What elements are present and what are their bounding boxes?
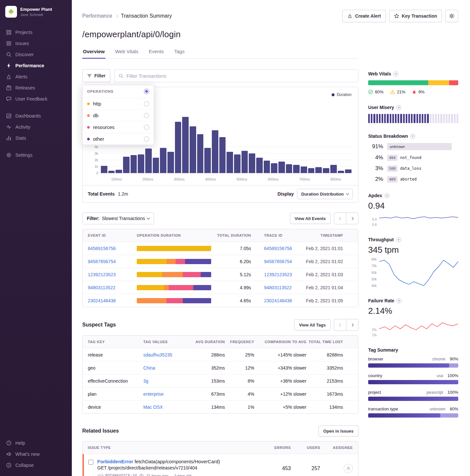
- prev-page-button[interactable]: [334, 213, 346, 224]
- issue-type-link[interactable]: ForbiddenError: [97, 459, 133, 464]
- radio-icon[interactable]: [144, 113, 149, 118]
- next-page-button[interactable]: [346, 319, 358, 331]
- tag-summary-bar[interactable]: [368, 363, 458, 368]
- help-icon[interactable]: [396, 237, 401, 242]
- sidebar-item-performance[interactable]: Performance: [0, 60, 72, 71]
- tag-value-link[interactable]: China: [143, 365, 155, 371]
- tag-summary-bar[interactable]: [368, 397, 458, 401]
- histogram-bar[interactable]: [249, 153, 255, 173]
- key-transaction-button[interactable]: Key Transaction: [389, 10, 442, 22]
- radio-icon[interactable]: [144, 101, 149, 106]
- radio-selected-icon[interactable]: [144, 89, 149, 94]
- prev-page-button[interactable]: [334, 319, 346, 331]
- histogram-bar[interactable]: [190, 126, 196, 173]
- radio-icon[interactable]: [144, 125, 149, 130]
- operations-dropdown-header[interactable]: OPERATIONS: [83, 85, 154, 98]
- histogram-bar[interactable]: [330, 165, 337, 173]
- histogram-bar[interactable]: [256, 158, 263, 173]
- tag-value-link[interactable]: Mac OSX: [143, 405, 163, 410]
- event-id-link[interactable]: 64589156756: [88, 246, 116, 251]
- histogram-bar[interactable]: [308, 168, 315, 173]
- histogram-bar[interactable]: [153, 158, 159, 173]
- histogram-bar[interactable]: [234, 154, 241, 173]
- help-icon[interactable]: [410, 134, 415, 139]
- sidebar-item-releases[interactable]: Releases: [0, 82, 72, 93]
- sidebar-item-discover[interactable]: Discover: [0, 49, 72, 60]
- sidebar-item-alerts[interactable]: Alerts: [0, 71, 72, 82]
- tag-value-link[interactable]: 3g: [143, 378, 149, 384]
- trace-id-link[interactable]: 23024146438: [264, 298, 292, 303]
- events-filter-select[interactable]: Filter: Slowest Transactions: [82, 213, 154, 224]
- next-page-button[interactable]: [346, 213, 358, 224]
- histogram-bar[interactable]: [175, 122, 181, 173]
- trace-id-link[interactable]: 12392123523: [264, 272, 292, 277]
- view-all-tags-button[interactable]: View All Tags: [294, 319, 331, 330]
- sidebar-item-projects[interactable]: Projects: [0, 27, 72, 38]
- operation-option[interactable]: http: [83, 98, 154, 109]
- histogram-bar[interactable]: [116, 170, 122, 173]
- histogram-bar[interactable]: [323, 168, 329, 173]
- histogram-bar[interactable]: [108, 171, 115, 173]
- histogram-bar[interactable]: [145, 149, 152, 173]
- help-icon[interactable]: [384, 193, 389, 198]
- histogram-bar[interactable]: [212, 130, 218, 173]
- event-id-link[interactable]: 12392123523: [88, 272, 116, 277]
- failure-rate-sparkline[interactable]: [379, 319, 458, 337]
- histogram-bar[interactable]: [345, 169, 352, 173]
- tab-web-vitals[interactable]: Web Vitals: [115, 45, 139, 59]
- histogram-bar[interactable]: [138, 154, 144, 173]
- tab-tags[interactable]: Tags: [174, 45, 185, 59]
- trace-id-link[interactable]: 64589156756: [264, 246, 292, 251]
- help-icon[interactable]: [393, 71, 398, 76]
- sidebar-item-whats-new[interactable]: What's new: [0, 449, 72, 460]
- sidebar-item-dashboards[interactable]: Dashboards: [0, 110, 72, 121]
- histogram-bar[interactable]: [278, 162, 285, 173]
- tag-value-link[interactable]: sdaufhu35235: [143, 352, 172, 357]
- histogram-bar[interactable]: [315, 167, 322, 173]
- histogram-bar[interactable]: [167, 152, 174, 173]
- issue-checkbox[interactable]: [88, 460, 93, 465]
- tag-summary-bar[interactable]: [368, 413, 458, 418]
- open-in-issues-button[interactable]: Open in Issues: [319, 425, 358, 436]
- breadcrumb-performance[interactable]: Performance: [82, 13, 112, 19]
- sidebar-item-help[interactable]: ? Help: [0, 437, 72, 449]
- sidebar-item-stats[interactable]: Stats: [0, 133, 72, 144]
- histogram-bar[interactable]: [264, 161, 270, 173]
- histogram-bar[interactable]: [101, 166, 107, 173]
- tag-summary-bar[interactable]: [368, 380, 458, 384]
- sidebar-item-issues[interactable]: Issues: [0, 38, 72, 49]
- org-switcher[interactable]: Empower Plant Jane Schmidt: [0, 0, 72, 21]
- trace-id-link[interactable]: 94587656754: [264, 259, 292, 264]
- help-icon[interactable]: [397, 298, 401, 303]
- sidebar-item-collapse[interactable]: Collapse: [0, 460, 72, 471]
- histogram-bar[interactable]: [197, 134, 204, 173]
- histogram-bar[interactable]: [301, 167, 307, 173]
- histogram-bar[interactable]: [204, 148, 211, 173]
- sidebar-item-activity[interactable]: Activity: [0, 121, 72, 133]
- histogram-bar[interactable]: [338, 171, 344, 173]
- tab-events[interactable]: Events: [148, 45, 164, 59]
- search-input[interactable]: [126, 73, 354, 79]
- operation-option[interactable]: other: [83, 133, 154, 145]
- display-select[interactable]: Duration Distribution: [297, 189, 353, 199]
- tab-overview[interactable]: Overview: [82, 45, 105, 59]
- settings-button[interactable]: [445, 10, 458, 22]
- apdex-sparkline[interactable]: [379, 214, 458, 227]
- chart-legend[interactable]: Duration: [332, 92, 352, 97]
- operation-option[interactable]: resources: [83, 121, 154, 133]
- histogram-bar[interactable]: [123, 157, 130, 173]
- event-id-link[interactable]: 23024146438: [88, 298, 116, 303]
- assignee-button[interactable]: [344, 464, 353, 473]
- event-id-link[interactable]: 94587656754: [88, 259, 116, 264]
- histogram-bar[interactable]: [182, 117, 189, 173]
- trace-id-link[interactable]: 94803113522: [264, 285, 292, 290]
- histogram-bar[interactable]: [160, 148, 166, 173]
- histogram-bar[interactable]: [286, 164, 292, 173]
- sidebar-item-user-feedback[interactable]: User Feedback: [0, 93, 72, 104]
- sidebar-item-settings[interactable]: Settings: [0, 150, 72, 161]
- histogram-bar[interactable]: [242, 151, 248, 173]
- histogram-bar[interactable]: [131, 155, 137, 173]
- help-icon[interactable]: [396, 105, 401, 110]
- throughput-sparkline[interactable]: [379, 258, 458, 288]
- tag-value-link[interactable]: enterprise: [143, 391, 164, 397]
